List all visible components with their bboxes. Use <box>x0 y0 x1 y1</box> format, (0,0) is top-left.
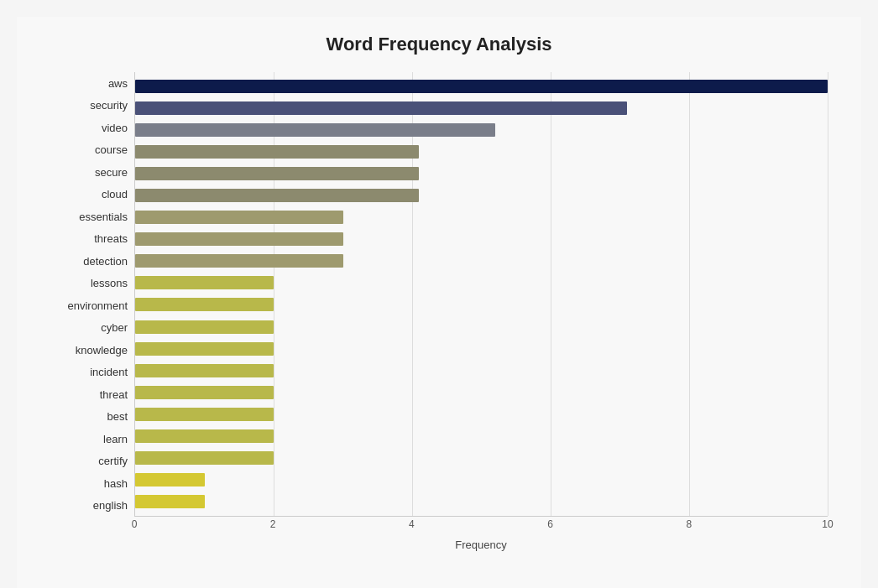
bar-hash <box>135 473 205 487</box>
y-label-certify: certify <box>50 450 134 471</box>
bar-row-learn <box>135 425 828 447</box>
bar-threats <box>135 232 343 246</box>
bar-row-detection <box>135 250 828 272</box>
bars-area <box>134 72 828 517</box>
y-label-english: english <box>50 495 134 516</box>
y-label-course: course <box>50 139 134 160</box>
x-tick-0: 0 <box>132 518 138 530</box>
y-label-threats: threats <box>50 228 134 249</box>
bar-threat <box>135 386 274 399</box>
bar-row-best <box>135 403 828 425</box>
bar-detection <box>135 254 343 268</box>
y-label-knowledge: knowledge <box>50 340 134 361</box>
y-label-incident: incident <box>50 362 134 382</box>
x-axis-label: Frequency <box>134 539 828 551</box>
bar-english <box>135 495 205 508</box>
bar-row-course <box>135 141 828 163</box>
bar-row-incident <box>135 360 828 382</box>
y-label-cloud: cloud <box>50 184 134 205</box>
bar-environment <box>135 298 274 311</box>
y-label-environment: environment <box>50 295 134 316</box>
bar-essentials <box>135 211 343 224</box>
bar-row-video <box>135 119 828 141</box>
bar-row-certify <box>135 447 828 469</box>
bar-knowledge <box>135 342 274 356</box>
bar-row-english <box>135 491 828 513</box>
y-label-aws: aws <box>50 73 134 94</box>
y-label-threat: threat <box>50 384 134 405</box>
bar-aws <box>135 80 828 93</box>
y-label-cyber: cyber <box>50 317 134 338</box>
bar-best <box>135 408 274 421</box>
y-label-learn: learn <box>50 429 134 450</box>
bar-security <box>135 101 627 115</box>
bar-incident <box>135 364 274 377</box>
x-tick-4: 4 <box>409 518 415 530</box>
bar-row-secure <box>135 163 828 185</box>
bar-row-hash <box>135 469 828 491</box>
bar-course <box>135 145 419 159</box>
bar-row-cyber <box>135 316 828 338</box>
x-tick-2: 2 <box>270 518 276 530</box>
bar-row-essentials <box>135 206 828 228</box>
bar-row-threats <box>135 228 828 250</box>
y-label-secure: secure <box>50 162 134 183</box>
bar-row-cloud <box>135 185 828 206</box>
y-label-hash: hash <box>50 473 134 494</box>
bar-certify <box>135 451 274 465</box>
bar-row-threat <box>135 382 828 403</box>
y-label-essentials: essentials <box>50 206 134 227</box>
bar-secure <box>135 167 419 180</box>
y-label-video: video <box>50 117 134 138</box>
bar-lessons <box>135 276 274 289</box>
chart-container: Word Frequency Analysis awssecurityvideo… <box>17 17 861 588</box>
gridline-10 <box>828 72 828 516</box>
x-tick-6: 6 <box>547 518 553 530</box>
bar-row-security <box>135 97 828 119</box>
y-label-security: security <box>50 95 134 116</box>
bar-video <box>135 123 495 137</box>
bar-row-environment <box>135 294 828 315</box>
bar-row-knowledge <box>135 338 828 360</box>
y-axis: awssecurityvideocoursesecurecloudessenti… <box>50 72 134 517</box>
chart-title: Word Frequency Analysis <box>50 34 828 55</box>
x-tick-10: 10 <box>822 518 833 530</box>
bar-cyber <box>135 320 274 334</box>
y-label-lessons: lessons <box>50 273 134 294</box>
bar-cloud <box>135 189 419 202</box>
bar-row-aws <box>135 75 828 97</box>
y-label-detection: detection <box>50 251 134 272</box>
bar-learn <box>135 429 274 443</box>
y-label-best: best <box>50 406 134 427</box>
bar-row-lessons <box>135 272 828 294</box>
x-tick-8: 8 <box>686 518 692 530</box>
